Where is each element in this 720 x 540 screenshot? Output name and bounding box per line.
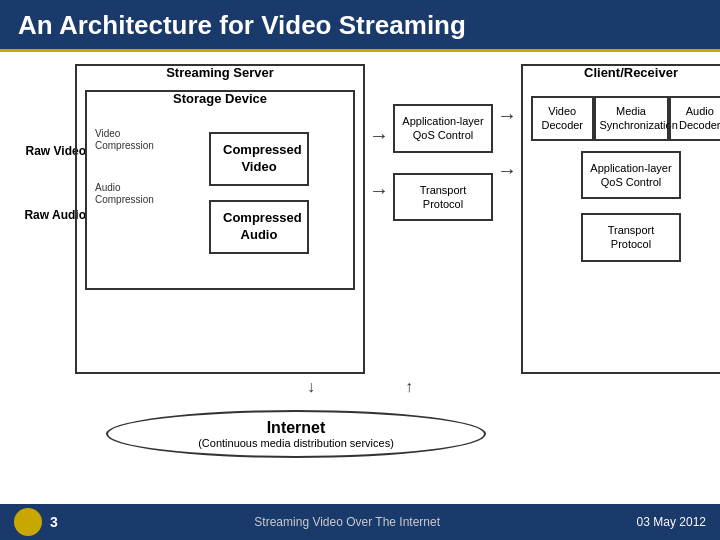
- transport-protocol-server-box: Transport Protocol: [393, 173, 493, 222]
- footer-date: 03 May 2012: [637, 515, 706, 529]
- client-top-row: Video Decoder Media Synchronization Audi…: [531, 90, 720, 141]
- middle-column: Application-layer QoS Control Transport …: [393, 64, 493, 221]
- middle-to-client-arrows: → →: [497, 64, 517, 182]
- diagram: Raw Video Raw Audio Streaming Server Sto…: [16, 64, 704, 374]
- footer-page-number: 3: [50, 514, 58, 530]
- footer-lion-icon: [14, 508, 42, 536]
- raw-labels: Raw Video Raw Audio: [16, 64, 71, 222]
- compressed-audio-box: Compressed Audio: [209, 200, 309, 254]
- client-bottom-col: Application-layer QoS Control Transport …: [531, 151, 720, 262]
- compressed-boxes: Compressed Video Compressed Audio: [209, 132, 309, 254]
- arrow-transport-right: →: [497, 159, 517, 182]
- vertical-arrows: ↓ ↑: [16, 378, 704, 396]
- app-layer-qos-server-box: Application-layer QoS Control: [393, 104, 493, 153]
- client-receiver-box: Client/Receiver Video Decoder Media Sync…: [521, 64, 720, 374]
- page-title: An Architecture for Video Streaming: [18, 10, 466, 40]
- app-layer-qos-client-box: Application-layer QoS Control: [581, 151, 681, 200]
- video-decoder-box: Video Decoder: [531, 96, 594, 141]
- arrow-video-right: →: [369, 124, 389, 147]
- footer: 3 Streaming Video Over The Internet 03 M…: [0, 504, 720, 540]
- video-compression-label: Video Compression: [95, 128, 147, 152]
- compressed-video-box: Compressed Video: [209, 132, 309, 186]
- arrow-qos-right: →: [497, 104, 517, 127]
- audio-compression-label: Audio Compression: [95, 182, 147, 206]
- internet-subtitle: (Continuous media distribution services): [198, 437, 394, 449]
- arrow-client-down: ↑: [405, 378, 413, 396]
- storage-device-box: Storage Device Video Compression Audio C…: [85, 90, 355, 290]
- compression-labels: Video Compression Audio Compression: [95, 128, 147, 254]
- footer-left: 3: [14, 508, 58, 536]
- page-header: An Architecture for Video Streaming: [0, 0, 720, 52]
- transport-protocol-client-box: Transport Protocol: [581, 213, 681, 262]
- arrow-server-down: ↓: [307, 378, 315, 396]
- server-to-middle-arrows: → →: [369, 64, 389, 202]
- storage-device-label: Storage Device: [173, 91, 267, 106]
- footer-center-text: Streaming Video Over The Internet: [254, 515, 440, 529]
- internet-title: Internet: [267, 419, 326, 437]
- arrow-audio-right: →: [369, 179, 389, 202]
- internet-ellipse: Internet (Continuous media distribution …: [106, 410, 486, 458]
- streaming-server-label: Streaming Server: [166, 65, 274, 80]
- streaming-server-box: Streaming Server Storage Device Video Co…: [75, 64, 365, 374]
- media-sync-box: Media Synchronization: [594, 96, 669, 141]
- storage-inner: Video Compression Audio Compression Comp…: [95, 122, 345, 254]
- audio-decoder-box: Audio Decoder: [669, 96, 721, 141]
- main-content: Raw Video Raw Audio Streaming Server Sto…: [0, 52, 720, 466]
- client-receiver-label: Client/Receiver: [584, 65, 678, 80]
